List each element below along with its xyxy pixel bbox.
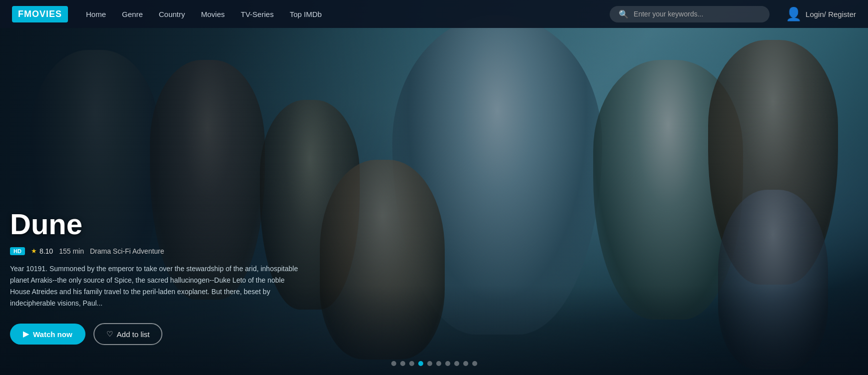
search-icon: 🔍: [619, 9, 629, 19]
nav-movies[interactable]: Movies: [201, 10, 225, 18]
navbar: FMOVIES Home Genre Country Movies TV-Ser…: [0, 0, 868, 28]
movie-runtime: 155 min: [59, 247, 84, 255]
movie-genres: Drama Sci-Fi Adventure: [90, 247, 164, 255]
carousel-dot-1[interactable]: [391, 361, 396, 366]
heart-icon: ♡: [106, 330, 113, 339]
hero-section: Dune HD ★ 8.10 155 min Drama Sci-Fi Adve…: [0, 0, 868, 375]
watch-now-button[interactable]: ▶ Watch now: [10, 324, 85, 345]
carousel-dot-2[interactable]: [400, 361, 405, 366]
movie-meta: HD ★ 8.10 155 min Drama Sci-Fi Adventure: [10, 247, 305, 255]
nav-links: Home Genre Country Movies TV-Series Top …: [86, 10, 610, 18]
auth-label: Login/ Register: [806, 10, 856, 18]
search-input[interactable]: [634, 10, 761, 18]
search-bar: 🔍: [610, 6, 770, 22]
nav-genre[interactable]: Genre: [122, 10, 143, 18]
rating-value: 8.10: [39, 247, 53, 255]
carousel-dot-5[interactable]: [427, 361, 432, 366]
carousel-dot-6[interactable]: [436, 361, 441, 366]
hero-content: Dune HD ★ 8.10 155 min Drama Sci-Fi Adve…: [10, 208, 305, 345]
carousel-dot-10[interactable]: [472, 361, 477, 366]
carousel-dot-8[interactable]: [454, 361, 459, 366]
movie-title: Dune: [10, 208, 305, 240]
add-to-list-label: Add to list: [117, 330, 150, 339]
watch-now-label: Watch now: [33, 330, 72, 339]
carousel-dots: [391, 361, 477, 366]
star-icon: ★: [31, 247, 37, 255]
auth-area[interactable]: 👤 Login/ Register: [786, 6, 856, 22]
nav-top-imdb[interactable]: Top IMDb: [290, 10, 322, 18]
action-buttons: ▶ Watch now ♡ Add to list: [10, 323, 305, 345]
carousel-dot-9[interactable]: [463, 361, 468, 366]
carousel-dot-3[interactable]: [409, 361, 414, 366]
carousel-dot-7[interactable]: [445, 361, 450, 366]
site-logo[interactable]: FMOVIES: [12, 6, 68, 22]
nav-home[interactable]: Home: [86, 10, 106, 18]
movie-rating: ★ 8.10: [31, 247, 53, 255]
nav-country[interactable]: Country: [159, 10, 185, 18]
carousel-dot-4[interactable]: [418, 361, 423, 366]
hd-badge: HD: [10, 247, 25, 255]
account-icon: 👤: [786, 6, 802, 22]
nav-tv-series[interactable]: TV-Series: [241, 10, 274, 18]
movie-description: Year 10191. Summoned by the emperor to t…: [10, 263, 305, 309]
play-icon: ▶: [23, 330, 29, 339]
add-to-list-button[interactable]: ♡ Add to list: [93, 323, 163, 345]
